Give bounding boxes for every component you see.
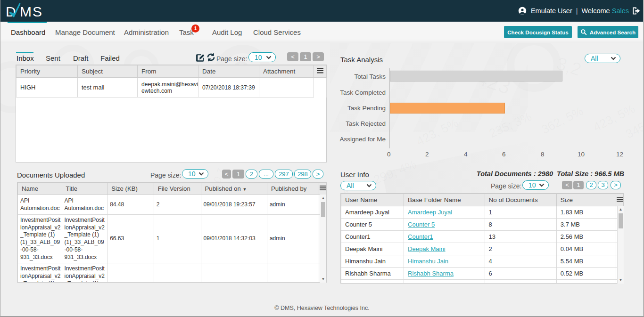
svg-text:MS: MS xyxy=(20,4,43,19)
